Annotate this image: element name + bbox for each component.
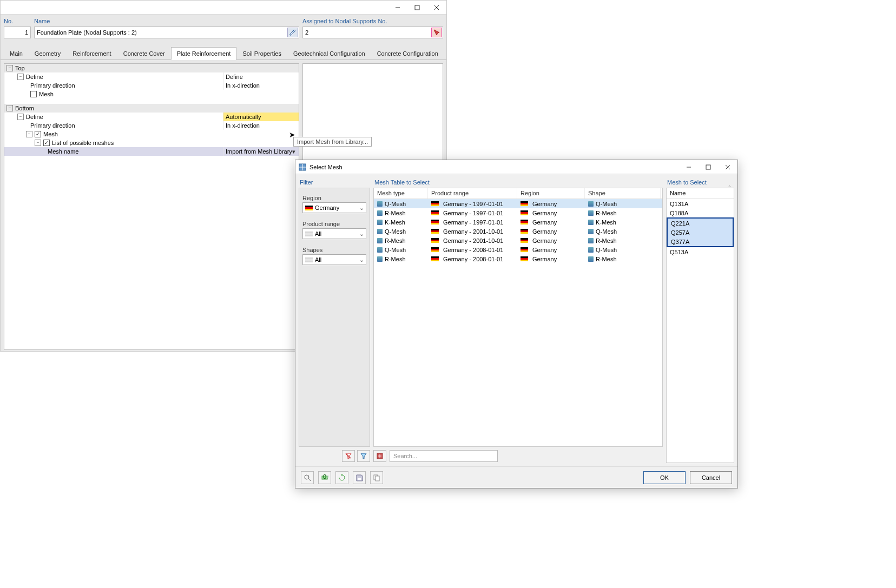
collapse-icon[interactable]: −: [35, 140, 41, 146]
tree-row-primary-top[interactable]: Primary direction In x-direction: [4, 81, 299, 90]
checkbox-unchecked[interactable]: [30, 91, 37, 97]
table-row[interactable]: K-MeshGermany - 1997-01-01GermanyK-Mesh: [374, 217, 662, 227]
checkbox-checked[interactable]: ✓: [35, 131, 41, 137]
tab-concrete-cover[interactable]: Concrete Cover: [117, 47, 171, 60]
edit-name-button[interactable]: [287, 28, 298, 37]
pick-node-button[interactable]: [431, 28, 442, 37]
col-mesh-type[interactable]: Mesh type: [374, 188, 428, 199]
tree-value-dropdown[interactable]: Import from Mesh Library ▾: [223, 147, 299, 156]
assign-field[interactable]: 2: [302, 27, 443, 38]
tab-soil-properties[interactable]: Soil Properties: [236, 47, 287, 60]
tree-value[interactable]: In x-direction: [223, 81, 299, 90]
flag-germany-icon: [521, 201, 528, 206]
tree-value[interactable]: Define: [223, 72, 299, 81]
section-label: Bottom: [15, 105, 34, 111]
col-shape[interactable]: Shape: [585, 188, 661, 199]
tree-row-mesh-name[interactable]: Mesh name Import from Mesh Library ▾: [4, 147, 299, 156]
list-item[interactable]: Q188A: [667, 208, 734, 217]
checkbox-checked[interactable]: ✓: [43, 140, 50, 146]
mesh-icon: [377, 220, 383, 225]
tree-value[interactable]: Automatically: [223, 113, 299, 121]
save-tool-button[interactable]: [353, 471, 366, 484]
product-range-combo[interactable]: All ⌄: [302, 228, 366, 239]
table-header[interactable]: Mesh type Product range⌃ Region Shape: [374, 188, 662, 199]
mesh-select-head-label: Mesh to Select: [666, 177, 734, 188]
copy-tool-button[interactable]: [370, 471, 383, 484]
tab-geotechnical-configuration[interactable]: Geotechnical Configuration: [287, 47, 371, 60]
chevron-down-icon[interactable]: ▾: [290, 148, 298, 155]
flag-germany-icon: [521, 229, 528, 234]
mesh-select-panel: Mesh to Select Name⌃ Q131AQ188AQ221AQ257…: [666, 177, 734, 463]
tab-reinforcement[interactable]: Reinforcement: [67, 47, 117, 60]
no-field[interactable]: 1: [4, 27, 31, 38]
tree-panel: − Top − Define Define Primary direction …: [4, 63, 299, 350]
tree-section-bottom[interactable]: − Bottom: [4, 104, 299, 113]
tab-bar: MainGeometryReinforcementConcrete CoverP…: [1, 47, 446, 60]
tab-geometry[interactable]: Geometry: [29, 47, 67, 60]
table-row[interactable]: Q-MeshGermany - 2008-01-01GermanyQ-Mesh: [374, 245, 662, 254]
list-item[interactable]: Q131A: [667, 199, 734, 208]
table-row[interactable]: Q-MeshGermany - 2001-10-01GermanyQ-Mesh: [374, 227, 662, 236]
tree-label: Define: [26, 74, 43, 80]
col-region[interactable]: Region: [517, 188, 585, 199]
maximize-button[interactable]: [407, 1, 427, 15]
col-name[interactable]: Name⌃: [667, 188, 734, 199]
name-field[interactable]: Foundation Plate (Nodal Supports : 2): [34, 27, 299, 38]
clear-filter-button[interactable]: [342, 450, 355, 462]
tab-plate-reinforcement[interactable]: Plate Reinforcement: [171, 47, 237, 60]
section-label: Top: [15, 65, 25, 71]
tree-row-list-meshes[interactable]: − ✓ List of possible meshes: [4, 138, 299, 147]
flag-germany-icon: [431, 229, 439, 234]
table-row[interactable]: R-MeshGermany - 2008-01-01GermanyR-Mesh: [374, 254, 662, 263]
table-row[interactable]: R-MeshGermany - 2001-10-01GermanyR-Mesh: [374, 236, 662, 245]
tree-label: Define: [26, 114, 43, 120]
tree-row-define-top[interactable]: − Define Define: [4, 72, 299, 81]
tree-value[interactable]: In x-direction: [223, 121, 299, 130]
search-input[interactable]: Search...: [390, 450, 498, 462]
col-product-range[interactable]: Product range⌃: [428, 188, 517, 199]
region-combo[interactable]: Germany ⌄: [302, 202, 366, 213]
tab-main[interactable]: Main: [4, 47, 29, 60]
region-label: Region: [302, 195, 366, 201]
list-item[interactable]: Q257A: [668, 228, 733, 237]
list-item[interactable]: Q513A: [667, 247, 734, 256]
refresh-tool-button[interactable]: [335, 471, 348, 484]
sort-asc-icon: ⌃: [728, 185, 732, 190]
collapse-icon[interactable]: −: [6, 65, 13, 71]
tree-row-mesh-top[interactable]: Mesh: [4, 90, 299, 98]
reset-search-button[interactable]: [373, 450, 386, 462]
mesh-icon: [588, 229, 594, 234]
dialog-minimize-button[interactable]: [679, 160, 699, 174]
apply-filter-button[interactable]: [357, 450, 370, 462]
assign-value: 2: [305, 29, 308, 36]
table-row[interactable]: R-MeshGermany - 1997-01-01GermanyR-Mesh: [374, 208, 662, 217]
mesh-icon: [377, 256, 383, 262]
table-row[interactable]: Q-MeshGermany - 1997-01-01GermanyQ-Mesh: [374, 199, 662, 208]
collapse-icon[interactable]: −: [26, 131, 32, 137]
tree-label: List of possible meshes: [52, 140, 114, 146]
collapse-icon[interactable]: −: [17, 74, 24, 80]
tab-concrete-configuration[interactable]: Concrete Configuration: [371, 47, 444, 60]
dialog-close-button[interactable]: [718, 160, 737, 174]
close-button[interactable]: [427, 1, 446, 15]
ok-button[interactable]: OK: [643, 471, 686, 484]
tree-label: Mesh name: [48, 148, 78, 155]
tree-row-mesh-bottom[interactable]: − ✓ Mesh: [4, 130, 299, 138]
mesh-icon: [588, 201, 594, 207]
list-item[interactable]: Q377A: [668, 237, 733, 246]
mesh-icon: [377, 229, 383, 234]
minimize-button[interactable]: [388, 1, 407, 15]
dialog-maximize-button[interactable]: [699, 160, 718, 174]
list-item[interactable]: Q221A: [668, 219, 733, 228]
collapse-icon[interactable]: −: [6, 105, 13, 111]
unit-tool-button[interactable]: 0.0: [318, 471, 331, 484]
collapse-icon[interactable]: −: [17, 114, 24, 120]
tree-row-primary-bottom[interactable]: Primary direction In x-direction: [4, 121, 299, 130]
tree-section-top[interactable]: − Top: [4, 64, 299, 72]
search-tool-button[interactable]: [301, 471, 314, 484]
mesh-select-list: Name⌃ Q131AQ188AQ221AQ257AQ377AQ513A: [666, 188, 734, 463]
cancel-button[interactable]: Cancel: [690, 471, 732, 484]
product-range-label: Product range: [302, 221, 366, 227]
tree-row-define-bottom[interactable]: − Define Automatically: [4, 113, 299, 121]
shapes-combo[interactable]: All ⌄: [302, 254, 366, 265]
